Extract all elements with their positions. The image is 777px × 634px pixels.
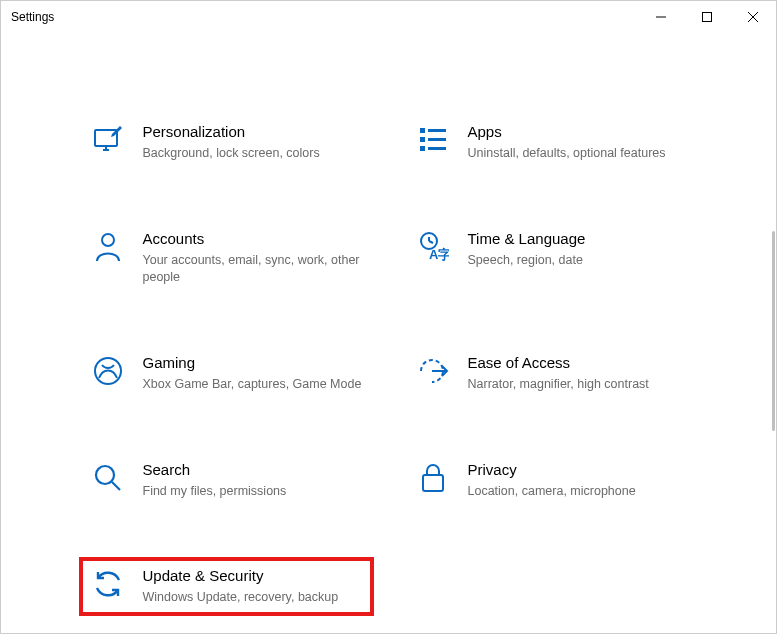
svg-text:A字: A字	[429, 247, 449, 262]
accounts-icon	[91, 230, 125, 264]
tile-text: Personalization Background, lock screen,…	[143, 123, 362, 162]
svg-rect-9	[420, 137, 425, 142]
window-title: Settings	[11, 10, 54, 24]
tile-desc: Narrator, magnifier, high contrast	[468, 376, 687, 393]
tile-text: Update & Security Windows Update, recove…	[143, 567, 362, 606]
svg-rect-7	[420, 128, 425, 133]
time-language-icon: A字	[416, 230, 450, 264]
tile-title: Personalization	[143, 123, 362, 141]
tile-desc: Location, camera, microphone	[468, 483, 687, 500]
maximize-button[interactable]	[684, 1, 730, 33]
tile-text: Ease of Access Narrator, magnifier, high…	[468, 354, 687, 393]
search-icon	[91, 461, 125, 495]
settings-grid: Personalization Background, lock screen,…	[79, 113, 699, 616]
tile-time-language[interactable]: A字 Time & Language Speech, region, date	[404, 220, 699, 296]
tile-desc: Windows Update, recovery, backup	[143, 589, 362, 606]
svg-rect-8	[428, 129, 446, 132]
close-button[interactable]	[730, 1, 776, 33]
svg-line-16	[429, 241, 433, 243]
tile-apps[interactable]: Apps Uninstall, defaults, optional featu…	[404, 113, 699, 172]
tile-text: Accounts Your accounts, email, sync, wor…	[143, 230, 362, 286]
tile-desc: Uninstall, defaults, optional features	[468, 145, 687, 162]
tile-title: Ease of Access	[468, 354, 687, 372]
svg-rect-1	[703, 13, 712, 22]
tile-desc: Speech, region, date	[468, 252, 687, 269]
tile-desc: Xbox Game Bar, captures, Game Mode	[143, 376, 362, 393]
tile-update-security[interactable]: Update & Security Windows Update, recove…	[79, 557, 374, 616]
update-security-icon	[91, 567, 125, 601]
gaming-icon	[91, 354, 125, 388]
tile-text: Time & Language Speech, region, date	[468, 230, 687, 269]
tile-title: Gaming	[143, 354, 362, 372]
minimize-icon	[656, 12, 666, 22]
privacy-icon	[416, 461, 450, 495]
window-controls	[638, 1, 776, 33]
tile-text: Gaming Xbox Game Bar, captures, Game Mod…	[143, 354, 362, 393]
svg-rect-12	[428, 147, 446, 150]
minimize-button[interactable]	[638, 1, 684, 33]
svg-rect-10	[428, 138, 446, 141]
tile-title: Privacy	[468, 461, 687, 479]
tile-search[interactable]: Search Find my files, permissions	[79, 451, 374, 510]
svg-rect-11	[420, 146, 425, 151]
svg-point-20	[96, 466, 114, 484]
apps-icon	[416, 123, 450, 157]
tile-text: Search Find my files, permissions	[143, 461, 362, 500]
maximize-icon	[702, 12, 712, 22]
tile-title: Apps	[468, 123, 687, 141]
ease-of-access-icon	[416, 354, 450, 388]
svg-rect-22	[423, 475, 443, 491]
close-icon	[748, 12, 758, 22]
tile-ease-of-access[interactable]: Ease of Access Narrator, magnifier, high…	[404, 344, 699, 403]
settings-content: Personalization Background, lock screen,…	[1, 33, 776, 634]
svg-line-21	[112, 482, 120, 490]
tile-accounts[interactable]: Accounts Your accounts, email, sync, wor…	[79, 220, 374, 296]
tile-title: Accounts	[143, 230, 362, 248]
tile-desc: Background, lock screen, colors	[143, 145, 362, 162]
tile-title: Time & Language	[468, 230, 687, 248]
tile-desc: Find my files, permissions	[143, 483, 362, 500]
tile-text: Privacy Location, camera, microphone	[468, 461, 687, 500]
tile-privacy[interactable]: Privacy Location, camera, microphone	[404, 451, 699, 510]
personalization-icon	[91, 123, 125, 157]
scrollbar-thumb[interactable]	[772, 231, 775, 431]
tile-title: Update & Security	[143, 567, 362, 585]
tile-personalization[interactable]: Personalization Background, lock screen,…	[79, 113, 374, 172]
tile-text: Apps Uninstall, defaults, optional featu…	[468, 123, 687, 162]
svg-point-13	[102, 234, 114, 246]
tile-title: Search	[143, 461, 362, 479]
tile-gaming[interactable]: Gaming Xbox Game Bar, captures, Game Mod…	[79, 344, 374, 403]
tile-desc: Your accounts, email, sync, work, other …	[143, 252, 362, 286]
